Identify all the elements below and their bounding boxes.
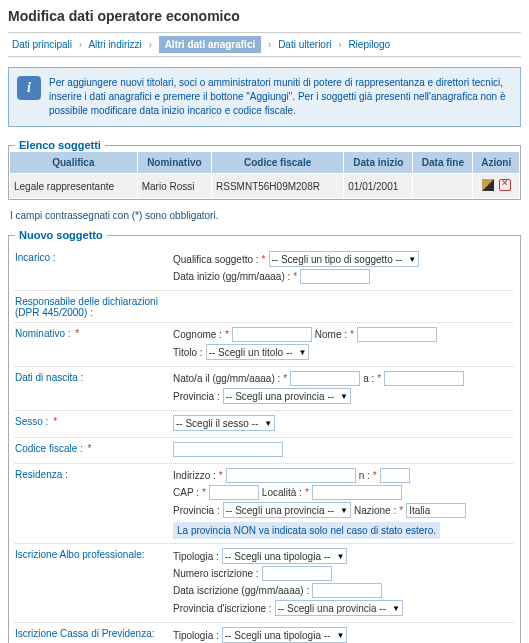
required-note: I campi contrassegnati con (*) sono obbl… bbox=[10, 210, 521, 221]
breadcrumb-item[interactable]: Riepilogo bbox=[348, 39, 390, 50]
chevron-right-icon: › bbox=[79, 39, 82, 50]
chevron-down-icon: ▼ bbox=[340, 506, 348, 515]
required-icon: * bbox=[293, 271, 297, 282]
cell-nominativo: Mario Rossi bbox=[137, 174, 211, 199]
subjects-legend: Elenco soggetti bbox=[15, 139, 105, 151]
label-albo: Iscrizione Albo professionale: bbox=[15, 548, 173, 560]
label-nascita: Dati di nascita : bbox=[15, 371, 173, 383]
label-incarico: Incarico : bbox=[15, 251, 173, 263]
delete-icon[interactable] bbox=[499, 179, 511, 191]
cell-qualifica: Legale rappresentante bbox=[10, 174, 138, 199]
required-icon: * bbox=[350, 329, 354, 340]
label-nominativo: Nominativo : * bbox=[15, 327, 173, 339]
label-natoil: Nato/a il (gg/mm/aaaa) : bbox=[173, 373, 280, 384]
required-icon: * bbox=[283, 373, 287, 384]
civico-input[interactable] bbox=[380, 468, 410, 483]
label-albo-tip: Tipologia : bbox=[173, 551, 219, 562]
albo-prov-select[interactable]: -- Scegli una provincia --▼ bbox=[275, 600, 403, 616]
info-text: Per aggiungere nuovi titolari, soci o am… bbox=[49, 76, 512, 118]
label-localita: Località : bbox=[262, 487, 302, 498]
label-cassa-tip: Tipologia : bbox=[173, 630, 219, 641]
cell-cf: RSSMNT56H09M208R bbox=[212, 174, 344, 199]
chevron-down-icon: ▼ bbox=[392, 604, 400, 613]
label-responsabile: Responsabile delle dichiarazioni (DPR 44… bbox=[15, 295, 173, 318]
luogo-nascita-input[interactable] bbox=[384, 371, 464, 386]
data-inizio-input[interactable] bbox=[300, 269, 370, 284]
info-icon: i bbox=[17, 76, 41, 100]
chevron-down-icon: ▼ bbox=[408, 255, 416, 264]
prov-nascita-select[interactable]: -- Scegli una provincia --▼ bbox=[223, 388, 351, 404]
cell-fine bbox=[413, 174, 473, 199]
label-cognome: Cognome : bbox=[173, 329, 222, 340]
required-icon: * bbox=[373, 470, 377, 481]
nazione-input[interactable] bbox=[406, 503, 466, 518]
cap-input[interactable] bbox=[209, 485, 259, 500]
label-data-inizio: Data inizio (gg/mm/aaaa) : bbox=[173, 271, 290, 282]
new-subject-fieldset: Nuovo soggetto Incarico : Qualifica sogg… bbox=[8, 229, 521, 643]
label-albo-num: Numero iscrizione : bbox=[173, 568, 259, 579]
label-nome: Nome : bbox=[315, 329, 347, 340]
breadcrumb-item[interactable]: Dati ulteriori bbox=[278, 39, 331, 50]
chevron-down-icon: ▼ bbox=[340, 392, 348, 401]
chevron-right-icon: › bbox=[338, 39, 341, 50]
col-nominativo: Nominativo bbox=[137, 152, 211, 174]
chevron-right-icon: › bbox=[149, 39, 152, 50]
chevron-down-icon: ▼ bbox=[336, 631, 344, 640]
required-icon: * bbox=[377, 373, 381, 384]
chevron-down-icon: ▼ bbox=[299, 348, 307, 357]
required-icon: * bbox=[305, 487, 309, 498]
label-qualifica: Qualifica soggetto : bbox=[173, 254, 259, 265]
chevron-right-icon: › bbox=[268, 39, 271, 50]
label-albo-prov: Provincia d'iscrizione : bbox=[173, 603, 272, 614]
info-box: i Per aggiungere nuovi titolari, soci o … bbox=[8, 67, 521, 127]
col-qualifica: Qualifica bbox=[10, 152, 138, 174]
col-cf: Codice fiscale bbox=[212, 152, 344, 174]
albo-tipologia-select[interactable]: -- Scegli una tipologia --▼ bbox=[222, 548, 348, 564]
natoil-input[interactable] bbox=[290, 371, 360, 386]
new-subject-legend: Nuovo soggetto bbox=[15, 229, 107, 241]
chevron-down-icon: ▼ bbox=[336, 552, 344, 561]
required-icon: * bbox=[262, 254, 266, 265]
label-indirizzo: Indirizzo : bbox=[173, 470, 216, 481]
cassa-tipologia-select[interactable]: -- Scegli una tipologia --▼ bbox=[222, 627, 348, 643]
breadcrumb-item[interactable]: Dati principali bbox=[12, 39, 72, 50]
localita-input[interactable] bbox=[312, 485, 402, 500]
col-fine: Data fine bbox=[413, 152, 473, 174]
cognome-input[interactable] bbox=[232, 327, 312, 342]
label-titolo: Titolo : bbox=[173, 347, 203, 358]
cf-input[interactable] bbox=[173, 442, 283, 457]
label-albo-data: Data iscrizione (gg/mm/aaaa) : bbox=[173, 585, 309, 596]
required-icon: * bbox=[202, 487, 206, 498]
table-row: Legale rappresentante Mario Rossi RSSMNT… bbox=[10, 174, 520, 199]
nome-input[interactable] bbox=[357, 327, 437, 342]
albo-data-input[interactable] bbox=[312, 583, 382, 598]
edit-icon[interactable] bbox=[482, 179, 494, 191]
qualifica-select[interactable]: -- Scegli un tipo di soggetto --▼ bbox=[269, 251, 420, 267]
col-inizio: Data inizio bbox=[344, 152, 413, 174]
required-icon: * bbox=[399, 505, 403, 516]
label-sesso: Sesso : * bbox=[15, 415, 173, 427]
label-cf: Codice fiscale : * bbox=[15, 442, 173, 454]
required-icon: * bbox=[225, 329, 229, 340]
label-nazione: Nazione : bbox=[354, 505, 396, 516]
breadcrumb: Dati principali › Altri indirizzi › Altr… bbox=[8, 32, 521, 57]
label-n: n : bbox=[359, 470, 370, 481]
breadcrumb-item-active[interactable]: Altri dati anagrafici bbox=[159, 36, 262, 53]
page-title: Modifica dati operatore economico bbox=[8, 8, 521, 24]
titolo-select[interactable]: -- Scegli un titolo --▼ bbox=[206, 344, 310, 360]
cell-actions bbox=[473, 174, 520, 199]
sesso-select[interactable]: -- Scegli il sesso --▼ bbox=[173, 415, 275, 431]
label-residenza: Residenza : bbox=[15, 468, 173, 480]
breadcrumb-item[interactable]: Altri indirizzi bbox=[88, 39, 141, 50]
label-prov-nascita: Provincia : bbox=[173, 391, 220, 402]
label-cap: CAP : bbox=[173, 487, 199, 498]
label-prov-res: Provincia : bbox=[173, 505, 220, 516]
col-azioni: Azioni bbox=[473, 152, 520, 174]
subjects-table: Qualifica Nominativo Codice fiscale Data… bbox=[9, 151, 520, 199]
cell-inizio: 01/01/2001 bbox=[344, 174, 413, 199]
indirizzo-input[interactable] bbox=[226, 468, 356, 483]
required-icon: * bbox=[219, 470, 223, 481]
label-cassa: Iscrizione Cassa di Previdenza: bbox=[15, 627, 173, 639]
prov-res-select[interactable]: -- Scegli una provincia --▼ bbox=[223, 502, 351, 518]
albo-numero-input[interactable] bbox=[262, 566, 332, 581]
